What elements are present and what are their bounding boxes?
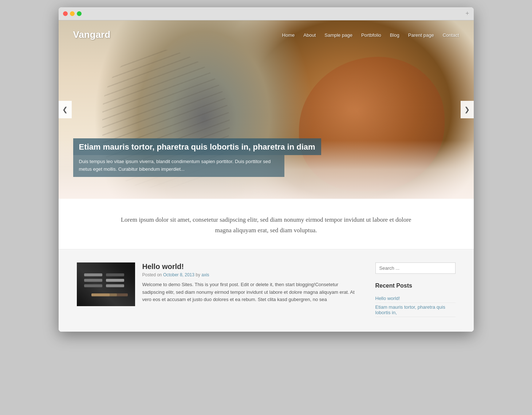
browser-window: + Vangard Home About Sample page Portbfo…: [59, 7, 474, 332]
browser-chrome: +: [59, 7, 474, 20]
nav-sample-page[interactable]: Sample page: [324, 32, 352, 38]
post-meta: Posted on October 8, 2013 by axis: [142, 272, 357, 277]
new-tab-button[interactable]: +: [465, 10, 469, 17]
post-thumbnail: [77, 262, 135, 306]
hero-prev-button[interactable]: ❮: [59, 101, 72, 118]
site-wrapper: Vangard Home About Sample page Portbfoli…: [59, 20, 474, 332]
posts-area: Hello world! Posted on October 8, 2013 b…: [77, 262, 375, 317]
hero-next-button[interactable]: ❯: [461, 101, 474, 118]
hero-caption-text: Duis tempus leo vitae ipsum viverra, bla…: [73, 155, 284, 177]
post-item: Hello world! Posted on October 8, 2013 b…: [77, 262, 357, 306]
nav-contact[interactable]: Contact: [443, 32, 459, 38]
search-input[interactable]: [375, 262, 456, 274]
recent-posts-heading: Recent Posts: [375, 282, 456, 289]
main-content: Hello world! Posted on October 8, 2013 b…: [59, 249, 474, 332]
nav-links: Home About Sample page Portbfolio Blog P…: [282, 32, 459, 38]
recent-post-item[interactable]: Hello world!: [375, 294, 456, 303]
post-content: Hello world! Posted on October 8, 2013 b…: [142, 262, 357, 306]
intro-section: Lorem ipsum dolor sit amet, consetetur s…: [59, 199, 474, 249]
post-date-link[interactable]: October 8, 2013: [163, 272, 194, 277]
hero-caption: Etiam mauris tortor, pharetra quis lobor…: [73, 138, 401, 177]
hero-section: Vangard Home About Sample page Portbfoli…: [59, 20, 474, 199]
site-title: Vangard: [73, 29, 111, 40]
browser-buttons: [63, 11, 82, 16]
nav-home[interactable]: Home: [282, 32, 295, 38]
nav-blog[interactable]: Blog: [390, 32, 399, 38]
minimize-button[interactable]: [70, 11, 75, 16]
site-nav: Vangard Home About Sample page Portbfoli…: [59, 20, 474, 49]
post-excerpt: Welcome to demo Sites. This is your firs…: [142, 281, 357, 304]
hero-caption-title: Etiam mauris tortor, pharetra quis lobor…: [73, 138, 321, 155]
maximize-button[interactable]: [77, 11, 82, 16]
nav-about[interactable]: About: [303, 32, 316, 38]
close-button[interactable]: [63, 11, 68, 16]
sidebar: Recent Posts Hello world! Etiam mauris t…: [375, 262, 456, 317]
nav-parent-page[interactable]: Parent page: [408, 32, 434, 38]
nav-portfolio[interactable]: Portbfolio: [361, 32, 381, 38]
recent-post-item[interactable]: Etiam mauris tortor, pharetra quis lobor…: [375, 303, 456, 317]
post-title[interactable]: Hello world!: [142, 262, 357, 271]
intro-text: Lorem ipsum dolor sit amet, consetetur s…: [117, 215, 415, 236]
post-author-link[interactable]: axis: [201, 272, 209, 277]
recent-posts-list: Hello world! Etiam mauris tortor, pharet…: [375, 294, 456, 317]
